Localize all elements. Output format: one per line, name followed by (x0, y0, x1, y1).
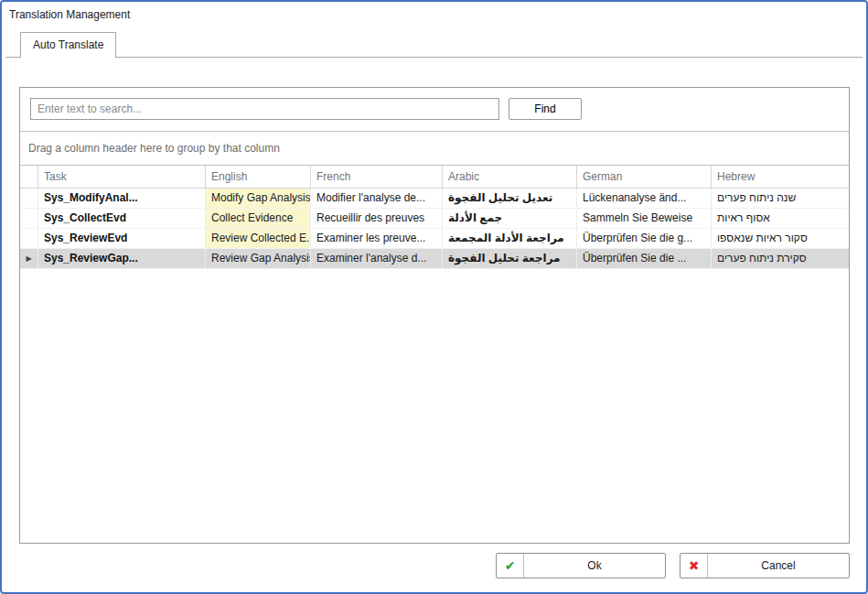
table-row[interactable]: Sys_CollectEvd Collect Evidence Recueill… (20, 209, 849, 229)
cell-task[interactable]: Sys_ReviewGap... (38, 249, 206, 268)
row-indicator-header (20, 166, 38, 188)
cell-arabic[interactable]: مراجعة الأدلة المجمعة (443, 229, 577, 248)
find-button[interactable]: Find (509, 98, 582, 120)
cell-english[interactable]: Collect Evidence (206, 209, 311, 228)
cell-french[interactable]: Recueillir des preuves (311, 209, 443, 228)
cell-english[interactable]: Review Gap Analysis (206, 249, 311, 268)
screen: Translation Management Auto Translate Fi… (0, 0, 868, 594)
ok-button-label: Ok (524, 554, 665, 578)
row-indicator-cell (20, 209, 38, 228)
row-selector-arrow-icon: ▶ (20, 249, 38, 268)
column-header-task[interactable]: Task (38, 166, 206, 188)
search-input[interactable] (30, 98, 499, 120)
tab-auto-translate[interactable]: Auto Translate (20, 32, 116, 58)
column-header-hebrew[interactable]: Hebrew (712, 166, 849, 188)
cell-german[interactable]: Überprüfen Sie die g... (577, 229, 712, 248)
tab-strip-divider (5, 57, 863, 58)
grid-panel: Find Drag a column header here to group … (19, 87, 850, 544)
cell-hebrew[interactable]: סקירת ניתוח פערים (712, 249, 849, 268)
cell-french[interactable]: Modifier l'analyse de... (311, 189, 443, 208)
cell-german[interactable]: Lückenanalyse änd... (577, 189, 712, 208)
cell-task[interactable]: Sys_ReviewEvd (38, 229, 206, 248)
row-indicator-cell (20, 189, 38, 208)
table-row-selected[interactable]: ▶ Sys_ReviewGap... Review Gap Analysis E… (20, 249, 849, 269)
check-icon: ✔ (497, 554, 524, 578)
cancel-button-label: Cancel (708, 554, 849, 578)
cell-hebrew[interactable]: אסוף ראיות (712, 209, 849, 228)
cell-arabic[interactable]: جمع الأدلة (443, 209, 577, 228)
group-by-bar[interactable]: Drag a column header here to group by th… (20, 132, 849, 166)
table-row[interactable]: Sys_ReviewEvd Review Collected E... Exam… (20, 229, 849, 249)
translation-management-window: Translation Management Auto Translate Fi… (0, 0, 868, 594)
cell-german[interactable]: Sammeln Sie Beweise (577, 209, 712, 228)
cell-english[interactable]: Modify Gap Analysis (206, 189, 311, 208)
cell-arabic[interactable]: تعديل تحليل الفجوة (443, 189, 577, 208)
cell-hebrew[interactable]: סקור ראיות שנאספו (712, 229, 849, 248)
column-header-arabic[interactable]: Arabic (443, 166, 577, 188)
grid-header: Task English French Arabic German Hebrew (20, 166, 849, 189)
grid-body: Sys_ModifyAnal... Modify Gap Analysis Mo… (20, 189, 849, 269)
cell-hebrew[interactable]: שנה ניתוח פערים (712, 189, 849, 208)
column-header-german[interactable]: German (577, 166, 712, 188)
column-header-french[interactable]: French (311, 166, 443, 188)
cell-german[interactable]: Überprüfen Sie die ... (577, 249, 712, 268)
x-icon: ✖ (680, 554, 708, 578)
cancel-button[interactable]: ✖ Cancel (680, 553, 850, 578)
row-indicator-cell (20, 229, 38, 248)
cell-french[interactable]: Examiner les preuve... (311, 229, 443, 248)
group-by-hint-text: Drag a column header here to group by th… (28, 142, 280, 155)
cell-french[interactable]: Examiner l'analyse d... (311, 249, 443, 268)
cell-english[interactable]: Review Collected E... (206, 229, 311, 248)
table-row[interactable]: Sys_ModifyAnal... Modify Gap Analysis Mo… (20, 189, 849, 209)
page-title: Translation Management (9, 8, 130, 21)
column-header-english[interactable]: English (206, 166, 311, 188)
search-section: Find (20, 88, 849, 132)
ok-button[interactable]: ✔ Ok (496, 553, 666, 578)
cell-task[interactable]: Sys_ModifyAnal... (38, 189, 206, 208)
cell-arabic[interactable]: مراجعة تحليل الفجوة (443, 249, 577, 268)
cell-task[interactable]: Sys_CollectEvd (38, 209, 206, 228)
